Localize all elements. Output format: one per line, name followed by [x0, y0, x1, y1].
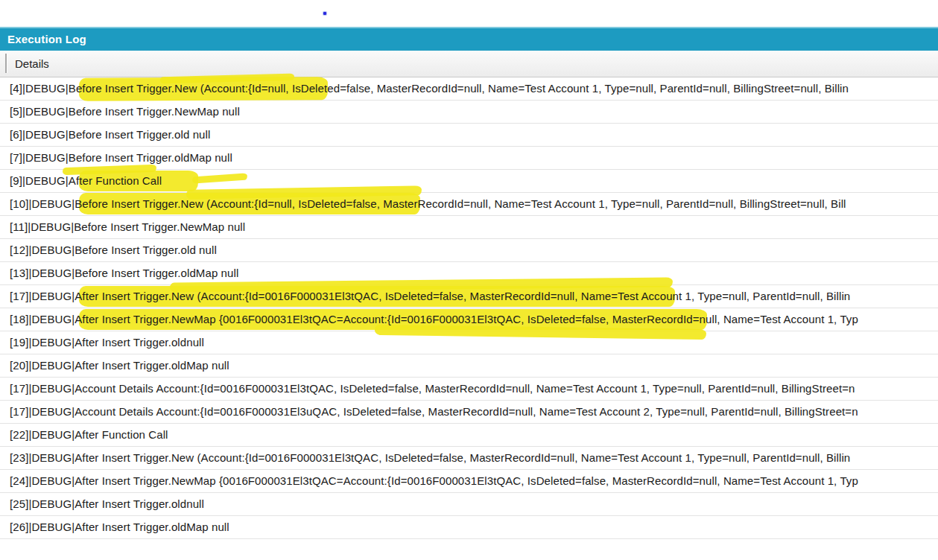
- log-row[interactable]: [17]|DEBUG|After Insert Trigger.New (Acc…: [0, 285, 938, 308]
- log-row[interactable]: [26]|DEBUG|After Insert Trigger.oldMap n…: [0, 516, 938, 539]
- column-resize-grip[interactable]: [5, 54, 7, 73]
- execution-log-titlebar: Execution Log: [0, 27, 938, 51]
- top-whitespace: [0, 0, 938, 27]
- log-row[interactable]: [20]|DEBUG|After Insert Trigger.oldMap n…: [0, 354, 938, 378]
- log-row[interactable]: [22]|DEBUG|After Function Call: [0, 424, 938, 447]
- log-row-text: [17]|DEBUG|Account Details Account:{Id=0…: [0, 401, 858, 423]
- log-rows-container: [4]|DEBUG|Before Insert Trigger.New (Acc…: [0, 77, 938, 539]
- cursor-artifact: [323, 12, 326, 15]
- log-row-text: [6]|DEBUG|Before Insert Trigger.old null: [0, 124, 210, 146]
- log-row[interactable]: [25]|DEBUG|After Insert Trigger.oldnull: [0, 493, 938, 516]
- log-row[interactable]: [9]|DEBUG|After Function Call: [0, 170, 938, 193]
- log-row-text: [19]|DEBUG|After Insert Trigger.oldnull: [0, 331, 204, 354]
- log-row-text: [17]|DEBUG|Account Details Account:{Id=0…: [0, 378, 855, 400]
- log-row-text: [20]|DEBUG|After Insert Trigger.oldMap n…: [0, 354, 229, 377]
- log-row[interactable]: [17]|DEBUG|Account Details Account:{Id=0…: [0, 401, 938, 424]
- log-row-text: [22]|DEBUG|After Function Call: [0, 424, 168, 446]
- log-row[interactable]: [4]|DEBUG|Before Insert Trigger.New (Acc…: [0, 77, 938, 101]
- log-row-text: [26]|DEBUG|After Insert Trigger.oldMap n…: [0, 516, 229, 538]
- log-row-text: [11]|DEBUG|Before Insert Trigger.NewMap …: [0, 216, 245, 238]
- log-row-text: [12]|DEBUG|Before Insert Trigger.old nul…: [0, 239, 217, 261]
- log-row-text: [13]|DEBUG|Before Insert Trigger.oldMap …: [0, 262, 238, 284]
- details-column-label: Details: [15, 51, 49, 77]
- panel-title: Execution Log: [7, 33, 86, 45]
- log-row-text: [17]|DEBUG|After Insert Trigger.New (Acc…: [0, 285, 850, 308]
- log-row[interactable]: [12]|DEBUG|Before Insert Trigger.old nul…: [0, 239, 938, 262]
- log-row-text: [7]|DEBUG|Before Insert Trigger.oldMap n…: [0, 147, 232, 169]
- log-row-text: [24]|DEBUG|After Insert Trigger.NewMap {…: [0, 470, 858, 492]
- log-row[interactable]: [13]|DEBUG|Before Insert Trigger.oldMap …: [0, 262, 938, 285]
- log-row[interactable]: [6]|DEBUG|Before Insert Trigger.old null: [0, 124, 938, 147]
- log-row-text: [9]|DEBUG|After Function Call: [0, 170, 162, 192]
- log-row[interactable]: [19]|DEBUG|After Insert Trigger.oldnull: [0, 331, 938, 354]
- log-row[interactable]: [5]|DEBUG|Before Insert Trigger.NewMap n…: [0, 101, 938, 124]
- log-row-text: [4]|DEBUG|Before Insert Trigger.New (Acc…: [0, 77, 849, 100]
- log-row[interactable]: [7]|DEBUG|Before Insert Trigger.oldMap n…: [0, 147, 938, 170]
- details-column-header[interactable]: Details: [0, 51, 938, 77]
- log-row[interactable]: [24]|DEBUG|After Insert Trigger.NewMap {…: [0, 470, 938, 493]
- log-row[interactable]: [11]|DEBUG|Before Insert Trigger.NewMap …: [0, 216, 938, 239]
- log-row-text: [10]|DEBUG|Before Insert Trigger.New (Ac…: [0, 193, 846, 215]
- log-row[interactable]: [17]|DEBUG|Account Details Account:{Id=0…: [0, 378, 938, 401]
- log-row-text: [5]|DEBUG|Before Insert Trigger.NewMap n…: [0, 101, 240, 123]
- log-row[interactable]: [23]|DEBUG|After Insert Trigger.New (Acc…: [0, 447, 938, 470]
- log-row[interactable]: [18]|DEBUG|After Insert Trigger.NewMap {…: [0, 308, 938, 331]
- log-row-text: [25]|DEBUG|After Insert Trigger.oldnull: [0, 493, 204, 515]
- log-row[interactable]: [10]|DEBUG|Before Insert Trigger.New (Ac…: [0, 193, 938, 216]
- log-row-text: [18]|DEBUG|After Insert Trigger.NewMap {…: [0, 308, 858, 331]
- log-row-text: [23]|DEBUG|After Insert Trigger.New (Acc…: [0, 447, 850, 469]
